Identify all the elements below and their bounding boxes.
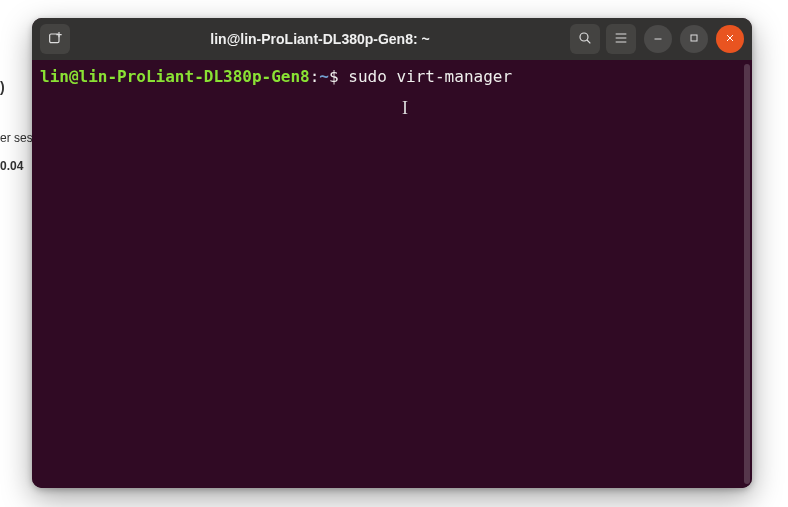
- background-text-fragment: er ses: [0, 130, 33, 147]
- terminal-body[interactable]: lin@lin-ProLiant-DL380p-Gen8:~$ sudo vir…: [32, 60, 752, 488]
- new-tab-button[interactable]: [40, 24, 70, 54]
- maximize-button[interactable]: [680, 25, 708, 53]
- terminal-command-text: sudo virt-manager: [348, 67, 512, 86]
- window-title: lin@lin-ProLiant-DL380p-Gen8: ~: [76, 31, 564, 47]
- prompt-path: ~: [319, 67, 329, 86]
- text-cursor-ibeam: I: [402, 96, 408, 120]
- search-icon: [577, 30, 593, 49]
- background-text-fragment: ): [0, 78, 5, 98]
- terminal-line: lin@lin-ProLiant-DL380p-Gen8:~$ sudo vir…: [40, 66, 744, 88]
- prompt-separator: :: [310, 67, 320, 86]
- minimize-button[interactable]: [644, 25, 672, 53]
- window-titlebar[interactable]: lin@lin-ProLiant-DL380p-Gen8: ~: [32, 18, 752, 60]
- background-text-fragment: 0.04: [0, 158, 23, 175]
- scrollbar-track[interactable]: [744, 64, 750, 484]
- new-tab-icon: [47, 30, 63, 49]
- close-button[interactable]: [716, 25, 744, 53]
- prompt-user-host: lin@lin-ProLiant-DL380p-Gen8: [40, 67, 310, 86]
- scrollbar-thumb[interactable]: [744, 64, 750, 484]
- svg-point-1: [580, 33, 588, 41]
- svg-rect-2: [691, 35, 697, 41]
- search-button[interactable]: [570, 24, 600, 54]
- close-icon: [724, 31, 736, 47]
- terminal-command: [339, 67, 349, 86]
- minimize-icon: [652, 31, 664, 47]
- terminal-window: lin@lin-ProLiant-DL380p-Gen8: ~: [32, 18, 752, 488]
- hamburger-icon: [613, 30, 629, 49]
- maximize-icon: [688, 31, 700, 47]
- svg-rect-0: [50, 34, 59, 43]
- prompt-symbol: $: [329, 67, 339, 86]
- menu-button[interactable]: [606, 24, 636, 54]
